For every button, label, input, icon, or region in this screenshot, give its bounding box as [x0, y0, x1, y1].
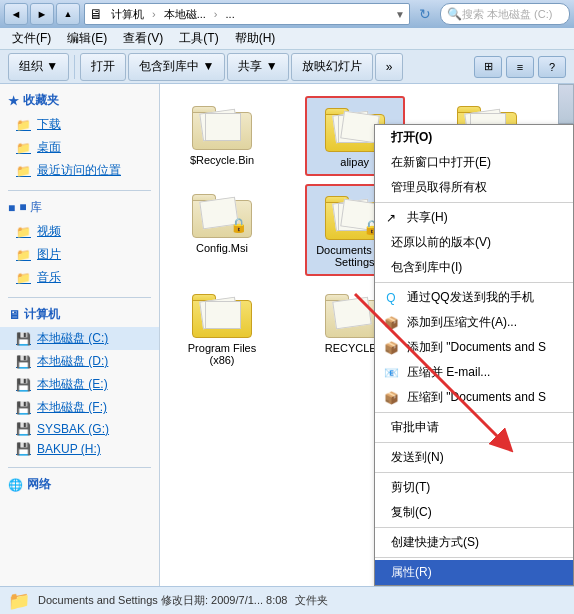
- sidebar-section-favorites: ★ 收藏夹 📁 下载 📁 桌面 📁 最近访问的位置: [0, 88, 159, 182]
- folder-icon-recent: 📁: [16, 164, 31, 178]
- network-label: 网络: [27, 476, 51, 493]
- refresh-button[interactable]: ↻: [414, 3, 436, 25]
- zip-email-icon: 📧: [383, 365, 399, 381]
- sidebar-header-network: 🌐 网络: [0, 472, 159, 497]
- sidebar-header-computer: 🖥 计算机: [0, 302, 159, 327]
- slideshow-button[interactable]: 放映幻灯片: [291, 53, 373, 81]
- organize-button[interactable]: 组织 ▼: [8, 53, 69, 81]
- sidebar-item-c[interactable]: 💾 本地磁盘 (C:): [0, 327, 159, 350]
- open-button[interactable]: 打开: [80, 53, 126, 81]
- ctx-share-label: 共享(H): [407, 209, 448, 226]
- sidebar-section-library: ■ ■ 库 📁 视频 📁 图片 📁 音乐: [0, 195, 159, 289]
- favorites-label: 收藏夹: [23, 92, 59, 109]
- folder-icon-pictures: 📁: [16, 248, 31, 262]
- breadcrumb-computer[interactable]: 计算机: [107, 7, 148, 22]
- sidebar-item-music[interactable]: 📁 音乐: [0, 266, 159, 289]
- ctx-item-share[interactable]: ↗ 共享(H): [375, 205, 573, 230]
- breadcrumb-sep: ›: [152, 8, 156, 20]
- address-bar[interactable]: 🖥 计算机 › 本地磁... › ... ▼: [84, 3, 410, 25]
- file-label-configmsi: Config.Msi: [196, 242, 248, 254]
- menu-tools[interactable]: 工具(T): [171, 28, 226, 49]
- include-library-button[interactable]: 包含到库中 ▼: [128, 53, 225, 81]
- sidebar-item-video[interactable]: 📁 视频: [0, 220, 159, 243]
- library-label: ■ 库: [19, 199, 42, 216]
- drive-icon-e: 💾: [16, 378, 31, 392]
- ctx-sep-5: [375, 472, 573, 473]
- ctx-item-admin-access[interactable]: 管理员取得所有权: [375, 175, 573, 200]
- ctx-item-cut[interactable]: 剪切(T): [375, 475, 573, 500]
- computer-label: 计算机: [24, 306, 60, 323]
- sidebar-item-desktop[interactable]: 📁 桌面: [0, 136, 159, 159]
- breadcrumb-sep2: ›: [214, 8, 218, 20]
- divider-3: [8, 467, 151, 468]
- more-button[interactable]: »: [375, 53, 404, 81]
- up-button[interactable]: ▲: [56, 3, 80, 25]
- toolbar-separator-1: [74, 55, 75, 79]
- scroll-thumb[interactable]: [558, 84, 574, 124]
- computer-icon: 🖥: [8, 308, 20, 322]
- chevron-down-icon[interactable]: ▼: [395, 9, 405, 20]
- star-icon: ★: [8, 94, 19, 108]
- drive-icon-f: 💾: [16, 401, 31, 415]
- qq-icon: Q: [383, 290, 399, 306]
- sidebar-item-d[interactable]: 💾 本地磁盘 (D:): [0, 350, 159, 373]
- divider-1: [8, 190, 151, 191]
- menu-help[interactable]: 帮助(H): [227, 28, 284, 49]
- recent-label: 最近访问的位置: [37, 162, 121, 179]
- ctx-zip-label: 添加到压缩文件(A)...: [407, 314, 517, 331]
- lock-icon-configmsi: 🔒: [230, 217, 247, 233]
- ctx-item-review[interactable]: 审批申请: [375, 415, 573, 440]
- file-item-recycle[interactable]: $Recycle.Bin: [172, 96, 272, 176]
- ctx-sep-2: [375, 282, 573, 283]
- ctx-zip-compress-label: 压缩到 "Documents and S: [407, 389, 546, 406]
- drive-icon-g: 💾: [16, 422, 31, 436]
- share-button[interactable]: 共享 ▼: [227, 53, 288, 81]
- view-list-icon[interactable]: ≡: [506, 56, 534, 78]
- file-item-configmsi[interactable]: 🔒 Config.Msi: [172, 184, 272, 276]
- menu-edit[interactable]: 编辑(E): [59, 28, 115, 49]
- help-icon[interactable]: ?: [538, 56, 566, 78]
- sidebar-item-f[interactable]: 💾 本地磁盘 (F:): [0, 396, 159, 419]
- file-label-alipay: alipay: [340, 156, 369, 168]
- back-button[interactable]: ◄: [4, 3, 28, 25]
- view-mode-icon[interactable]: ⊞: [474, 56, 502, 78]
- ctx-item-include-library[interactable]: 包含到库中(I): [375, 255, 573, 280]
- search-bar[interactable]: 🔍 搜索 本地磁盘 (C:): [440, 3, 570, 25]
- ctx-item-properties[interactable]: 属性(R): [375, 560, 573, 585]
- ctx-item-sendto[interactable]: 发送到(N): [375, 445, 573, 470]
- ctx-item-zip-compress[interactable]: 📦 压缩到 "Documents and S: [375, 385, 573, 410]
- folder-icon-desktop: 📁: [16, 141, 31, 155]
- breadcrumb-current[interactable]: ...: [222, 8, 239, 20]
- file-label-recycle: $Recycle.Bin: [190, 154, 254, 166]
- ctx-item-zip-add[interactable]: 📦 添加到压缩文件(A)...: [375, 310, 573, 335]
- ctx-qq-label: 通过QQ发送到我的手机: [407, 289, 534, 306]
- share-icon: ↗: [383, 210, 399, 226]
- breadcrumb-local[interactable]: 本地磁...: [160, 7, 210, 22]
- forward-button[interactable]: ►: [30, 3, 54, 25]
- sidebar-item-pictures[interactable]: 📁 图片: [0, 243, 159, 266]
- folder-icon-video: 📁: [16, 225, 31, 239]
- ctx-item-copy[interactable]: 复制(C): [375, 500, 573, 525]
- ctx-sep-1: [375, 202, 573, 203]
- folder-icon-downloads: 📁: [16, 118, 31, 132]
- file-area: $Recycle.Bin alipay: [160, 84, 574, 586]
- ctx-item-open[interactable]: 打开(O): [375, 125, 573, 150]
- sidebar-item-recent[interactable]: 📁 最近访问的位置: [0, 159, 159, 182]
- sidebar-item-downloads[interactable]: 📁 下载: [0, 113, 159, 136]
- ctx-item-open-new-window[interactable]: 在新窗口中打开(E): [375, 150, 573, 175]
- ctx-item-restore[interactable]: 还原以前的版本(V): [375, 230, 573, 255]
- main-area: ★ 收藏夹 📁 下载 📁 桌面 📁 最近访问的位置 ■ ■ 库: [0, 84, 574, 586]
- ctx-sep-3: [375, 412, 573, 413]
- c-label: 本地磁盘 (C:): [37, 330, 108, 347]
- sidebar-item-e[interactable]: 💾 本地磁盘 (E:): [0, 373, 159, 396]
- ctx-item-qq[interactable]: Q 通过QQ发送到我的手机: [375, 285, 573, 310]
- file-item-programfilesx86[interactable]: Program Files (x86): [172, 284, 272, 372]
- menu-view[interactable]: 查看(V): [115, 28, 171, 49]
- ctx-item-zip-email[interactable]: 📧 压缩并 E-mail...: [375, 360, 573, 385]
- ctx-item-zip-docssettings[interactable]: 📦 添加到 "Documents and S: [375, 335, 573, 360]
- f-label: 本地磁盘 (F:): [37, 399, 107, 416]
- menu-file[interactable]: 文件(F): [4, 28, 59, 49]
- sidebar-item-h[interactable]: 💾 BAKUP (H:): [0, 439, 159, 459]
- ctx-item-shortcut[interactable]: 创建快捷方式(S): [375, 530, 573, 555]
- sidebar-item-g[interactable]: 💾 SYSBAK (G:): [0, 419, 159, 439]
